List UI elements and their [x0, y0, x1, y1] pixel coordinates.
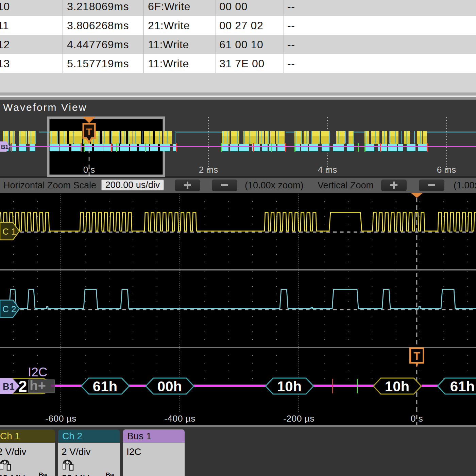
- svg-text:h+: h+: [30, 378, 46, 393]
- svg-text:4 ms: 4 ms: [318, 165, 337, 175]
- svg-text:T: T: [413, 350, 420, 362]
- svg-text:10h: 10h: [277, 378, 302, 394]
- svg-text:C 2: C 2: [2, 304, 16, 314]
- svg-text:2: 2: [18, 377, 27, 395]
- svg-text:-600 µs: -600 µs: [45, 413, 76, 424]
- svg-text:6 ms: 6 ms: [437, 165, 456, 175]
- svg-text:00h: 00h: [157, 378, 182, 394]
- svg-text:B1: B1: [1, 144, 8, 150]
- svg-text:61h: 61h: [93, 378, 117, 394]
- svg-text:I2C: I2C: [28, 365, 48, 379]
- svg-text:T: T: [86, 126, 92, 137]
- svg-text:-200 µs: -200 µs: [283, 413, 314, 424]
- svg-text:10h: 10h: [385, 378, 409, 394]
- svg-text:-400 µs: -400 µs: [164, 413, 196, 424]
- svg-text:B1: B1: [3, 381, 15, 392]
- svg-text:0 s: 0 s: [83, 165, 95, 175]
- svg-text:2 ms: 2 ms: [199, 165, 218, 175]
- svg-text:0 s: 0 s: [411, 413, 423, 424]
- svg-text:C 1: C 1: [2, 226, 16, 237]
- svg-text:61h: 61h: [450, 378, 475, 394]
